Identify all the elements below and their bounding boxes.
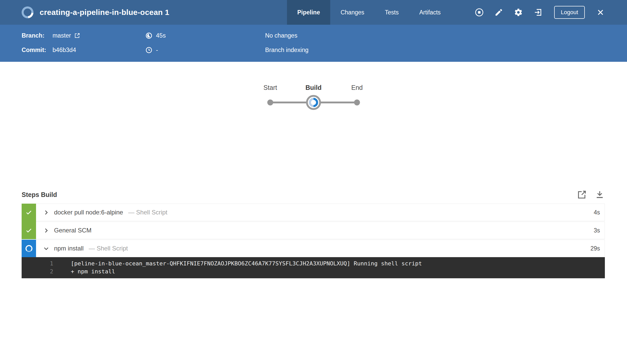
running-progress-ring — [309, 98, 318, 107]
run-status-spinner-logo — [22, 6, 33, 18]
status-message: Branch indexing — [265, 45, 309, 55]
duration-value: 45s — [156, 32, 166, 39]
node-label-build: Build — [306, 84, 322, 91]
step-row-body: General SCM 3s — [36, 222, 605, 239]
chevron-right-icon — [43, 227, 50, 234]
console-line-number[interactable]: 2 — [22, 267, 53, 275]
commit-value: b46b3d4 — [53, 47, 76, 54]
steps-section: Steps Build docker pull no — [22, 188, 605, 278]
step-row-npm-install[interactable]: npm install — Shell Script 29s — [22, 240, 605, 257]
tab-changes[interactable]: Changes — [330, 0, 375, 25]
steps-header: Steps Build — [22, 188, 605, 201]
step-name: npm install — [54, 245, 84, 252]
result-tabs: Pipeline Changes Tests Artifacts — [287, 0, 451, 25]
step-detail: — Shell Script — [89, 245, 128, 252]
logout-button[interactable]: Logout — [554, 6, 585, 19]
console-log: 1[peline-in-blue-ocean_master-QHFKIFNIE7… — [22, 257, 605, 278]
stop-build-icon[interactable] — [475, 8, 484, 17]
step-duration: 4s — [594, 209, 600, 216]
step-name: General SCM — [54, 227, 91, 234]
branch-label: Branch: — [22, 32, 53, 39]
blue-ocean-run-page: creating-a-pipeline-in-blue-ocean 1 Pipe… — [0, 0, 627, 364]
run-details-bar: Branch: master Commit: b46b3d4 45s — [0, 25, 627, 62]
chevron-down-icon — [43, 245, 50, 252]
console-line-text: [peline-in-blue-ocean_master-QHFKIFNIE7F… — [53, 259, 422, 267]
node-label-end: End — [351, 84, 363, 91]
brand: creating-a-pipeline-in-blue-ocean 1 — [22, 0, 169, 25]
step-status-running — [22, 240, 36, 257]
step-row-general-scm[interactable]: General SCM 3s — [22, 222, 605, 239]
tab-artifacts[interactable]: Artifacts — [409, 0, 451, 25]
console-line-text: + npm install — [53, 267, 115, 275]
running-spinner-icon — [25, 245, 32, 252]
steps-title: Steps Build — [22, 191, 57, 198]
build-node-running-spinner[interactable] — [306, 95, 321, 110]
eta-value: - — [156, 47, 158, 54]
top-nav: creating-a-pipeline-in-blue-ocean 1 Pipe… — [0, 0, 627, 25]
step-row-body: npm install — Shell Script 29s — [36, 240, 605, 257]
step-detail: — Shell Script — [128, 209, 167, 216]
duration-row: 45s — [145, 31, 166, 40]
end-node-dot — [354, 100, 360, 106]
step-list: docker pull node:6-alpine — Shell Script… — [22, 204, 605, 278]
check-icon — [25, 227, 33, 234]
close-icon[interactable] — [597, 8, 604, 16]
open-in-new-window-icon[interactable] — [577, 189, 587, 200]
node-label-start: Start — [264, 84, 277, 91]
branch-row: Branch: master — [22, 31, 80, 40]
go-to-classic-exit-icon[interactable] — [534, 8, 542, 17]
branch-external-link-icon[interactable] — [74, 32, 80, 39]
check-icon — [25, 209, 33, 216]
duration-icon — [145, 32, 152, 39]
tab-tests[interactable]: Tests — [375, 0, 409, 25]
console-line: 2+ npm install — [22, 267, 605, 275]
download-log-icon[interactable] — [595, 189, 605, 200]
start-node-dot — [267, 100, 273, 106]
tab-pipeline[interactable]: Pipeline — [287, 0, 330, 25]
step-row-docker-pull[interactable]: docker pull node:6-alpine — Shell Script… — [22, 204, 605, 221]
console-line: 1[peline-in-blue-ocean_master-QHFKIFNIE7… — [22, 259, 605, 267]
step-name: docker pull node:6-alpine — [54, 209, 123, 216]
commit-label: Commit: — [22, 47, 53, 54]
chevron-right-icon — [43, 209, 50, 216]
step-status-success — [22, 222, 36, 239]
steps-toolbar — [577, 189, 605, 200]
page-title: creating-a-pipeline-in-blue-ocean 1 — [40, 8, 169, 17]
edit-pipeline-icon[interactable] — [494, 8, 503, 17]
settings-gear-icon[interactable] — [514, 8, 523, 17]
console-line-number[interactable]: 1 — [22, 259, 53, 267]
commit-row: Commit: b46b3d4 — [22, 45, 76, 55]
eta-row: - — [145, 45, 158, 55]
branch-value: master — [53, 32, 71, 39]
step-duration: 29s — [590, 245, 600, 252]
step-row-body: docker pull node:6-alpine — Shell Script… — [36, 204, 605, 221]
step-status-success — [22, 204, 36, 221]
clock-icon — [145, 47, 152, 54]
header-actions: Logout — [475, 0, 604, 25]
changes-message: No changes — [265, 31, 297, 40]
pipeline-graph: Start Build End — [0, 62, 627, 134]
step-duration: 3s — [594, 227, 600, 234]
